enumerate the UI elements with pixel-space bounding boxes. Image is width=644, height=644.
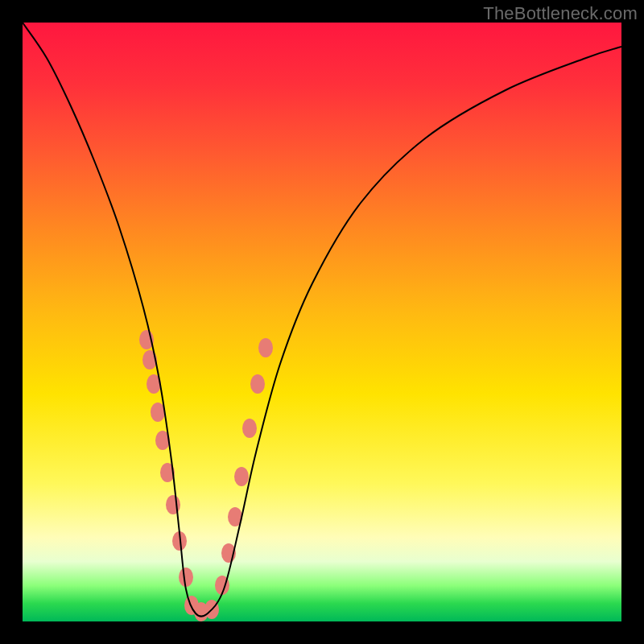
chart-frame: TheBottleneck.com bbox=[0, 0, 644, 644]
plot-area bbox=[23, 23, 621, 621]
bottleneck-curve bbox=[23, 23, 621, 617]
watermark-text: TheBottleneck.com bbox=[483, 3, 638, 24]
data-marker bbox=[166, 495, 180, 514]
bottleneck-curve-svg bbox=[23, 23, 621, 621]
marker-layer bbox=[139, 330, 273, 621]
data-marker bbox=[250, 374, 265, 394]
data-marker bbox=[234, 467, 249, 486]
data-marker bbox=[179, 568, 193, 587]
data-marker bbox=[242, 419, 257, 438]
data-marker bbox=[258, 338, 273, 357]
